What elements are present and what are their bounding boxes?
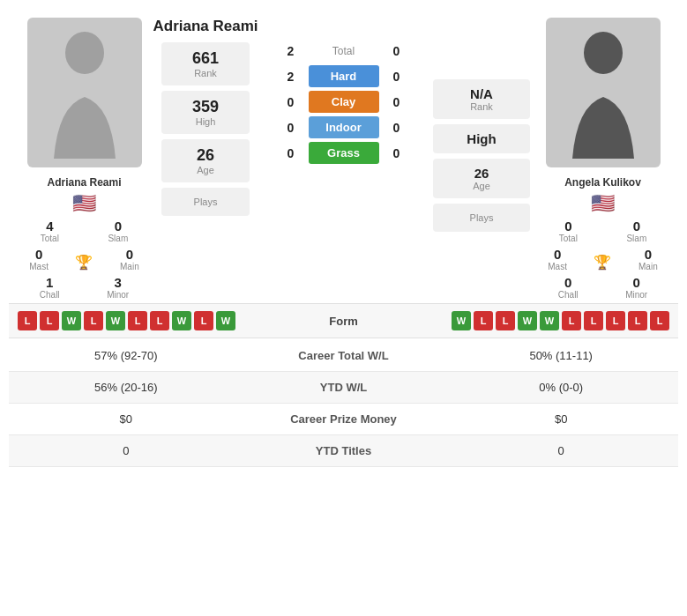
stat-right-3: 0: [444, 435, 678, 467]
left-chall-stat: 1 Chall: [40, 275, 60, 300]
form-label: Form: [329, 315, 358, 328]
right-chall-stat: 0 Chall: [558, 275, 579, 300]
indoor-court-row: 0 Indoor 0: [279, 116, 409, 138]
hard-court-row: 2 Hard 0: [279, 65, 409, 87]
form-badge-l: L: [84, 311, 103, 330]
left-stats-row-2: 0 Mast 🏆 0 Main: [16, 247, 153, 271]
top-comparison: Adriana Reami 🇺🇸 4 Total 0 Slam 0: [9, 9, 678, 303]
form-badge-w: W: [106, 311, 125, 330]
svg-point-1: [584, 32, 623, 74]
form-badge-l: L: [584, 311, 603, 330]
form-badge-l: L: [562, 311, 581, 330]
right-player-stats: 0 Total 0 Slam 0 Mast 🏆 0: [534, 219, 671, 303]
right-plays-box: Plays: [433, 204, 530, 232]
form-badge-l: L: [496, 311, 515, 330]
svg-point-0: [65, 32, 104, 74]
right-mid-stats: N/A Rank High 26 Age Plays: [429, 18, 534, 237]
right-player-column: Angela Kulikov 🇺🇸 0 Total 0 Slam 0: [534, 18, 671, 303]
left-stats-row-1: 4 Total 0 Slam: [16, 219, 153, 243]
right-player-avatar: [546, 18, 661, 167]
right-high-box: High: [433, 124, 530, 153]
left-player-column: Adriana Reami 🇺🇸 4 Total 0 Slam 0: [16, 18, 153, 303]
stat-left-3: 0: [9, 435, 243, 467]
grass-court-row: 0 Grass 0: [279, 142, 409, 164]
stat-label-3: YTD Titles: [243, 435, 444, 467]
stats-row: 56% (20-16) YTD W/L 0% (0-0): [9, 372, 678, 404]
form-badge-l: L: [650, 311, 669, 330]
form-section: LLWLWLLWLW Form WLLWWLLLLL: [9, 303, 678, 338]
right-player-flag: 🇺🇸: [591, 192, 615, 215]
stats-row: 57% (92-70) Career Total W/L 50% (11-11): [9, 340, 678, 372]
form-badge-l: L: [150, 311, 169, 330]
left-mast-stat: 0 Mast: [29, 247, 49, 271]
stat-right-1: 0% (0-0): [444, 372, 678, 404]
right-age-box: 26 Age: [433, 159, 530, 198]
left-rank-box: 661 Rank: [161, 42, 250, 85]
right-minor-stat: 0 Minor: [625, 275, 647, 300]
stat-left-2: $0: [9, 404, 243, 435]
right-stats-row-2: 0 Mast 🏆 0 Main: [534, 247, 671, 271]
left-silhouette: [41, 26, 129, 159]
indoor-court-btn[interactable]: Indoor: [309, 116, 379, 138]
right-player-name: Angela Kulikov: [564, 176, 641, 189]
stats-row: 0 YTD Titles 0: [9, 435, 678, 467]
stat-label-1: YTD W/L: [243, 372, 444, 404]
left-age-box: 26 Age: [161, 139, 250, 182]
right-mast-stat: 0 Mast: [548, 247, 567, 271]
main-container: Adriana Reami 🇺🇸 4 Total 0 Slam 0: [0, 0, 687, 476]
left-total-stat: 4 Total: [41, 219, 59, 243]
right-rank-box: N/A Rank: [433, 79, 530, 119]
grass-court-btn[interactable]: Grass: [309, 142, 379, 164]
right-total-stat: 0 Total: [559, 219, 578, 243]
form-badge-l: L: [128, 311, 147, 330]
stats-row: $0 Career Prize Money $0: [9, 404, 678, 435]
stat-left-0: 57% (92-70): [9, 340, 243, 372]
court-scores: 2 Total 0 2 Hard 0 0 Clay 0 0: [258, 18, 429, 164]
left-player-stats: 4 Total 0 Slam 0 Mast 🏆 0: [16, 219, 153, 303]
stat-left-1: 56% (20-16): [9, 372, 243, 404]
total-score-row: 2 Total 0: [279, 44, 409, 58]
left-player-name: Adriana Reami: [47, 176, 121, 189]
left-main-stat: 0 Main: [120, 247, 139, 271]
left-plays-box: Plays: [161, 188, 250, 216]
right-form-badges: WLLWWLLLLL: [452, 311, 669, 330]
court-rows-list: 2 Total 0 2 Hard 0 0 Clay 0 0: [258, 18, 429, 164]
form-badge-l: L: [194, 311, 213, 330]
stat-right-2: $0: [444, 404, 678, 435]
stat-label-0: Career Total W/L: [243, 340, 444, 372]
left-trophy-icon: 🏆: [75, 252, 93, 271]
left-mid-stats: Adriana Reami 661 Rank 359 High 26 Age P…: [153, 18, 258, 221]
left-slam-stat: 0 Slam: [108, 219, 128, 243]
stat-label-2: Career Prize Money: [243, 404, 444, 435]
left-player-flag: 🇺🇸: [72, 192, 96, 215]
left-player-avatar: [27, 18, 142, 167]
right-trophy-icon: 🏆: [594, 252, 611, 271]
form-badge-w: W: [216, 311, 235, 330]
clay-court-row: 0 Clay 0: [279, 91, 409, 113]
form-badge-l: L: [628, 311, 647, 330]
left-form-badges: LLWLWLLWLW: [18, 311, 235, 330]
form-badge-l: L: [474, 311, 493, 330]
stat-right-0: 50% (11-11): [444, 340, 678, 372]
left-minor-stat: 3 Minor: [107, 275, 129, 300]
right-main-stat: 0 Main: [638, 247, 658, 271]
left-stats-row-3: 1 Chall 3 Minor: [16, 275, 153, 300]
clay-court-btn[interactable]: Clay: [309, 91, 379, 113]
form-badge-w: W: [172, 311, 191, 330]
right-stats-row-3: 0 Chall 0 Minor: [534, 275, 671, 300]
form-badge-l: L: [40, 311, 59, 330]
form-badge-w: W: [540, 311, 559, 330]
stats-table: 57% (92-70) Career Total W/L 50% (11-11)…: [9, 340, 678, 467]
right-slam-stat: 0 Slam: [626, 219, 646, 243]
hard-court-btn[interactable]: Hard: [309, 65, 379, 87]
left-high-box: 359 High: [161, 91, 250, 134]
right-stats-row-1: 0 Total 0 Slam: [534, 219, 671, 243]
left-vs-name: Adriana Reami: [153, 18, 258, 35]
right-silhouette: [559, 26, 647, 159]
form-badge-w: W: [518, 311, 537, 330]
form-badge-w: W: [62, 311, 81, 330]
form-badge-l: L: [18, 311, 37, 330]
form-badge-l: L: [606, 311, 625, 330]
form-badge-w: W: [452, 311, 471, 330]
